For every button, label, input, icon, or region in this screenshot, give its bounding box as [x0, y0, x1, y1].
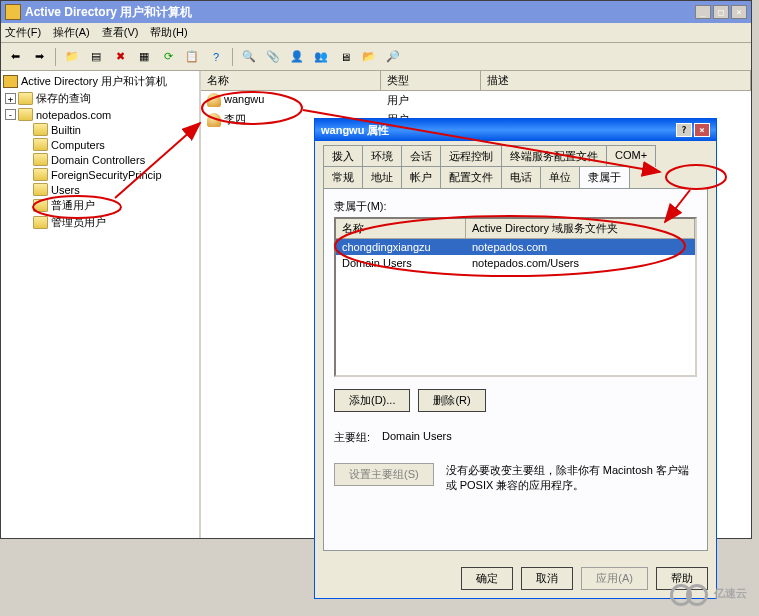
tree-admin-users[interactable]: 管理员用户 [3, 214, 197, 231]
list-icon[interactable]: ▤ [86, 47, 106, 67]
tab-remote[interactable]: 远程控制 [440, 145, 502, 167]
col-name[interactable]: 名称 [201, 71, 381, 90]
menu-file[interactable]: 文件(F) [5, 25, 41, 40]
menu-view[interactable]: 查看(V) [102, 25, 139, 40]
set-primary-button: 设置主要组(S) [334, 463, 434, 486]
ou-icon[interactable]: 📂 [359, 47, 379, 67]
folder-icon [33, 123, 48, 136]
mol-cell-folder: notepados.com [466, 241, 553, 253]
properties-icon[interactable]: ▦ [134, 47, 154, 67]
tree-builtin[interactable]: Builtin [3, 122, 197, 137]
find-icon[interactable]: 🔍 [239, 47, 259, 67]
tab-phone[interactable]: 电话 [501, 166, 541, 188]
tree-label: Domain Controllers [51, 154, 145, 166]
list-row[interactable]: wangwu 用户 [201, 91, 751, 110]
tab-terminal[interactable]: 终端服务配置文件 [501, 145, 607, 167]
separator [55, 48, 56, 66]
mol-cell-name: chongdingxiangzu [336, 241, 466, 253]
menu-action[interactable]: 操作(A) [53, 25, 90, 40]
up-icon[interactable]: 📁 [62, 47, 82, 67]
menubar: 文件(F) 操作(A) 查看(V) 帮助(H) [1, 23, 751, 43]
folder-icon [33, 153, 48, 166]
tree-domain[interactable]: - notepados.com [3, 107, 197, 122]
mol-row[interactable]: chongdingxiangzu notepados.com [336, 239, 695, 255]
dialog-close-button[interactable]: × [694, 123, 710, 137]
col-desc[interactable]: 描述 [481, 71, 751, 90]
user-icon [207, 93, 221, 107]
tree-saved-queries[interactable]: + 保存的查询 [3, 90, 197, 107]
main-titlebar: Active Directory 用户和计算机 _ □ × [1, 1, 751, 23]
back-icon[interactable]: ⬅ [5, 47, 25, 67]
watermark-icon [670, 582, 708, 604]
search-icon[interactable]: 🔎 [383, 47, 403, 67]
tree-domain-controllers[interactable]: Domain Controllers [3, 152, 197, 167]
dialog-help-button[interactable]: ? [676, 123, 692, 137]
col-type[interactable]: 类型 [381, 71, 481, 90]
delete-icon[interactable]: ✖ [110, 47, 130, 67]
expand-icon[interactable]: + [5, 93, 16, 104]
button-row: 添加(D)... 删除(R) [334, 389, 697, 412]
tabs-row2: 常规 地址 帐户 配置文件 电话 单位 隶属于 [323, 166, 708, 188]
filter-icon[interactable]: 📎 [263, 47, 283, 67]
menu-help[interactable]: 帮助(H) [150, 25, 187, 40]
refresh-icon[interactable]: ⟳ [158, 47, 178, 67]
help-icon[interactable]: ? [206, 47, 226, 67]
tab-com[interactable]: COM+ [606, 145, 656, 167]
mol-col-folder[interactable]: Active Directory 域服务文件夹 [466, 219, 695, 239]
tree-panel: Active Directory 用户和计算机 + 保存的查询 - notepa… [1, 71, 201, 538]
tab-org[interactable]: 单位 [540, 166, 580, 188]
list-header: 名称 类型 描述 [201, 71, 751, 91]
tab-content: 隶属于(M): 名称 Active Directory 域服务文件夹 chong… [323, 188, 708, 551]
tab-account[interactable]: 帐户 [401, 166, 441, 188]
tab-general[interactable]: 常规 [323, 166, 363, 188]
app-icon [5, 4, 21, 20]
cell-type: 用户 [381, 92, 481, 109]
collapse-icon[interactable]: - [5, 109, 16, 120]
dialog-titlebar: wangwu 属性 ? × [315, 119, 716, 141]
computer-icon[interactable]: 🖥 [335, 47, 355, 67]
delete-button[interactable]: 删除(R) [418, 389, 485, 412]
tab-session[interactable]: 会话 [401, 145, 441, 167]
watermark: 亿速云 [670, 582, 747, 604]
close-button[interactable]: × [731, 5, 747, 19]
export-icon[interactable]: 📋 [182, 47, 202, 67]
ok-button[interactable]: 确定 [461, 567, 513, 590]
mol-cell-folder: notepados.com/Users [466, 257, 585, 269]
tree-users[interactable]: Users [3, 182, 197, 197]
primary-note: 没有必要改变主要组，除非你有 Macintosh 客户端或 POSIX 兼容的应… [446, 463, 697, 493]
mol-row[interactable]: Domain Users notepados.com/Users [336, 255, 695, 271]
cell-name: 李四 [224, 113, 246, 125]
user-icon[interactable]: 👤 [287, 47, 307, 67]
minimize-button[interactable]: _ [695, 5, 711, 19]
tree-computers[interactable]: Computers [3, 137, 197, 152]
tab-memberof[interactable]: 隶属于 [579, 166, 630, 188]
tree-label: Users [51, 184, 80, 196]
tree-label: ForeignSecurityPrincip [51, 169, 162, 181]
cell-name: wangwu [224, 93, 264, 105]
mol-cell-name: Domain Users [336, 257, 466, 269]
forward-icon[interactable]: ➡ [29, 47, 49, 67]
folder-icon [33, 138, 48, 151]
tree-label: Builtin [51, 124, 81, 136]
folder-icon [33, 183, 48, 196]
tab-dial[interactable]: 拨入 [323, 145, 363, 167]
primary-group-set: 设置主要组(S) 没有必要改变主要组，除非你有 Macintosh 客户端或 P… [334, 463, 697, 493]
tree-label: 管理员用户 [51, 215, 106, 230]
tab-profile[interactable]: 配置文件 [440, 166, 502, 188]
add-button[interactable]: 添加(D)... [334, 389, 410, 412]
mol-col-name[interactable]: 名称 [336, 219, 466, 239]
primary-group: 主要组: Domain Users [334, 430, 697, 445]
console-icon [3, 75, 18, 88]
tab-address[interactable]: 地址 [362, 166, 402, 188]
tab-env[interactable]: 环境 [362, 145, 402, 167]
cancel-button[interactable]: 取消 [521, 567, 573, 590]
maximize-button[interactable]: □ [713, 5, 729, 19]
group-icon[interactable]: 👥 [311, 47, 331, 67]
apply-button: 应用(A) [581, 567, 648, 590]
tree-normal-users[interactable]: 普通用户 [3, 197, 197, 214]
tree-foreign[interactable]: ForeignSecurityPrincip [3, 167, 197, 182]
window-title: Active Directory 用户和计算机 [25, 4, 695, 21]
tree-root[interactable]: Active Directory 用户和计算机 [3, 73, 197, 90]
dialog-body: 拨入 环境 会话 远程控制 终端服务配置文件 COM+ 常规 地址 帐户 配置文… [315, 141, 716, 559]
folder-icon [33, 216, 48, 229]
